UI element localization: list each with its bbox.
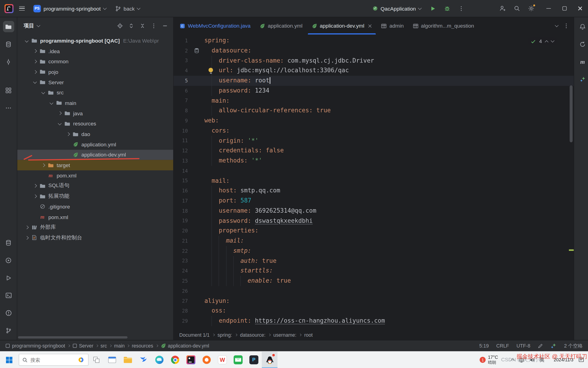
status-path-item[interactable]: src (100, 343, 107, 349)
ai-assistant-icon[interactable] (551, 343, 557, 349)
search-input[interactable] (30, 357, 75, 362)
notifications-bell-button[interactable] (577, 21, 588, 32)
collapsed-chevron-icon[interactable] (23, 226, 30, 229)
code-line-3[interactable]: 3driver-class-name: com.mysql.cj.jdbc.Dr… (174, 56, 574, 66)
tree-item-src[interactable]: src (17, 87, 173, 98)
taskbar-window-app[interactable] (104, 351, 120, 368)
code-line-11[interactable]: 11origin: '*' (174, 136, 574, 146)
expanded-chevron-icon[interactable] (56, 123, 63, 125)
taskbar-intellij-idea[interactable] (183, 351, 199, 368)
code-editor[interactable]: 1spring:2datasource:3driver-class-name: … (174, 35, 574, 330)
run-config-widget[interactable]: QacApplication (369, 2, 424, 15)
collapsed-chevron-icon[interactable] (32, 195, 38, 197)
code-line-15[interactable]: 15mail: (174, 176, 574, 186)
taskbar-edge-browser[interactable] (151, 351, 167, 368)
tree-item-resources[interactable]: resources (17, 119, 173, 129)
task-view-button[interactable] (88, 351, 104, 368)
chevron-down-icon[interactable] (37, 23, 40, 27)
search-icon[interactable] (511, 2, 523, 15)
tree-item-idea[interactable]: .idea (17, 46, 173, 56)
code-line-12[interactable]: 12credentials: false (174, 146, 574, 156)
taskbar-thunder[interactable] (136, 351, 151, 368)
more-vertical-icon[interactable] (148, 20, 159, 31)
prev-problem-icon[interactable] (545, 40, 548, 44)
tree-item-item[interactable]: 临时文件和控制台 (17, 232, 173, 243)
start-button[interactable] (0, 351, 18, 368)
tab-algorithm-m-question[interactable]: algorithm...m_question (408, 17, 479, 35)
code-line-27[interactable]: 27aliyun: (174, 296, 574, 306)
expanded-chevron-icon[interactable] (32, 82, 38, 83)
tree-item-target[interactable]: target (17, 160, 173, 170)
tree-item-pojo[interactable]: pojo (17, 67, 173, 77)
code-line-4[interactable]: 4url: jdbc:mysql://localhost:3306/qac (174, 65, 574, 76)
code-line-1[interactable]: 1spring: (174, 36, 574, 46)
taskbar-qq[interactable] (262, 351, 278, 368)
taskbar-mail-app[interactable] (230, 351, 246, 368)
tree-item-application-yml[interactable]: application.yml (17, 139, 173, 150)
tab-application-dev-yml[interactable]: application-dev.yml (307, 17, 377, 35)
code-line-10[interactable]: 10cors: (174, 126, 574, 136)
more-vertical-icon[interactable] (563, 23, 569, 29)
more-button[interactable] (3, 102, 14, 113)
indent-setting[interactable]: 2 个空格 (564, 342, 583, 349)
collapsed-chevron-icon[interactable] (56, 112, 63, 115)
collapsed-chevron-icon[interactable] (32, 184, 38, 187)
tree-item-sql[interactable]: SQL语句 (17, 181, 173, 191)
expanded-chevron-icon[interactable] (48, 102, 55, 104)
problems-button[interactable] (3, 307, 14, 319)
taskbar-chrome-browser[interactable] (167, 351, 183, 368)
editor-vertical-scrollbar[interactable] (569, 85, 573, 142)
tree-item-application-dev-yml[interactable]: application-dev.yml (17, 150, 173, 160)
structure-button[interactable] (3, 85, 14, 96)
run-button[interactable] (3, 272, 14, 284)
terminal-button[interactable] (3, 290, 14, 301)
expanded-chevron-icon[interactable] (40, 92, 46, 93)
expanded-chevron-icon[interactable] (23, 40, 30, 41)
tree-item-gitignore[interactable]: .gitignore (17, 201, 173, 212)
code-line-19[interactable]: 19password: dswastqkxeekdbhi (174, 216, 574, 226)
code-line-6[interactable]: 6password: 1234 (174, 86, 574, 96)
status-path-item[interactable]: main (114, 343, 125, 349)
collapsed-chevron-icon[interactable] (23, 237, 30, 239)
collapsed-chevron-icon[interactable] (32, 71, 38, 73)
tab-application-yml[interactable]: application.yml (255, 17, 307, 35)
collapse-all-icon[interactable] (137, 20, 148, 31)
project-widget[interactable]: PS programming-springboot (30, 2, 109, 15)
weather-widget[interactable]: 1 17°C 晴朗 (480, 355, 498, 365)
project-horizontal-scrollbar[interactable] (18, 336, 127, 339)
tree-item-common[interactable]: common (17, 56, 173, 67)
expand-all-icon[interactable] (126, 20, 137, 31)
code-line-9[interactable]: 9web: (174, 116, 574, 126)
tree-item-dao[interactable]: dao (17, 129, 173, 139)
code-line-24[interactable]: 24starttls: (174, 266, 574, 276)
tab-admin[interactable]: admin (377, 17, 408, 35)
tree-item-pom-xml[interactable]: mpom.xml (17, 170, 173, 181)
git-branch-button[interactable] (3, 325, 14, 336)
code-line-23[interactable]: 23auth: true (174, 256, 574, 266)
locate-icon[interactable] (115, 20, 125, 31)
line-separator[interactable]: CRLF (496, 343, 509, 349)
code-line-8[interactable]: 8allow-circular-references: true (174, 106, 574, 116)
code-line-7[interactable]: 7main: (174, 96, 574, 106)
taskbar-wps[interactable]: W (215, 351, 230, 368)
tree-item-programming-springboot-qac[interactable]: programming-springboot [QAC]E:\Java Web\… (17, 36, 173, 46)
caret-position[interactable]: 5:19 (479, 343, 489, 349)
run-button[interactable] (427, 2, 439, 15)
update-button[interactable] (577, 39, 588, 50)
more-options-icon[interactable] (455, 2, 467, 15)
tree-item-pom-xml[interactable]: mpom.xml (17, 212, 173, 222)
main-menu-icon[interactable] (16, 2, 28, 15)
code-line-28[interactable]: 28oss: (174, 306, 574, 316)
minimize-button[interactable] (541, 1, 556, 16)
tree-item-item[interactable]: 外部库 (17, 222, 173, 232)
code-line-25[interactable]: 25enable: true (174, 276, 574, 286)
collapsed-chevron-icon[interactable] (40, 164, 46, 166)
code-line-5[interactable]: 5username: root (174, 76, 574, 86)
breadcrumb-item[interactable]: username: (273, 332, 296, 337)
status-path-item[interactable]: resources (132, 343, 153, 349)
code-line-16[interactable]: 16host: smtp.qq.com (174, 186, 574, 196)
add-user-icon[interactable] (496, 2, 509, 15)
debug-button[interactable] (441, 2, 453, 15)
code-line-20[interactable]: 20properties: (174, 226, 574, 236)
settings-gear-icon[interactable] (525, 2, 537, 15)
